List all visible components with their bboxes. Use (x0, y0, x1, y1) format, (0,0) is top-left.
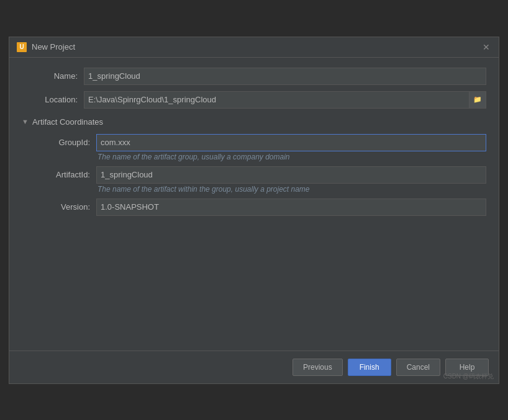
artifactid-row: ArtifactId: (34, 166, 486, 184)
spacer (22, 222, 486, 341)
folder-icon: 📁 (473, 96, 482, 104)
groupid-label: GroupId: (34, 138, 90, 147)
help-button[interactable]: Help (445, 359, 489, 376)
app-icon: U (17, 42, 27, 52)
dialog-title: New Project (32, 42, 75, 51)
cancel-button[interactable]: Cancel (396, 359, 440, 376)
groupid-input[interactable] (96, 134, 486, 151)
dialog-content: Name: Location: 📁 ▼ Artifact Coordinates… (9, 58, 499, 351)
artifact-section-header: ▼ Artifact Coordinates (22, 117, 486, 127)
location-label: Location: (22, 95, 78, 104)
artifactid-hint: The name of the artifact within the grou… (34, 185, 486, 194)
dialog-footer: Previous Finish Cancel Help (9, 351, 499, 383)
artifactid-label: ArtifactId: (34, 170, 90, 179)
artifact-section-title: Artifact Coordinates (32, 117, 103, 127)
name-input[interactable] (84, 68, 486, 85)
name-row: Name: (22, 68, 486, 85)
collapse-arrow[interactable]: ▼ (22, 118, 29, 125)
version-row: Version: (34, 199, 486, 216)
artifactid-input[interactable] (96, 166, 486, 184)
browse-button[interactable]: 📁 (469, 91, 486, 109)
new-project-dialog: U New Project ✕ Name: Location: 📁 ▼ Arti… (9, 37, 499, 384)
location-row: Location: 📁 (22, 91, 486, 109)
groupid-row: GroupId: (34, 134, 486, 151)
location-field-group: 📁 (84, 91, 486, 109)
title-bar-left: U New Project (17, 42, 75, 52)
name-label: Name: (22, 71, 78, 81)
title-bar: U New Project ✕ (9, 37, 499, 58)
previous-button[interactable]: Previous (293, 359, 343, 376)
finish-button[interactable]: Finish (348, 359, 391, 376)
close-button[interactable]: ✕ (481, 42, 491, 52)
version-label: Version: (34, 202, 90, 212)
artifact-fields: GroupId: The name of the artifact group,… (22, 134, 486, 216)
version-input[interactable] (96, 199, 486, 216)
location-input[interactable] (84, 91, 469, 109)
groupid-hint: The name of the artifact group, usually … (34, 153, 486, 161)
